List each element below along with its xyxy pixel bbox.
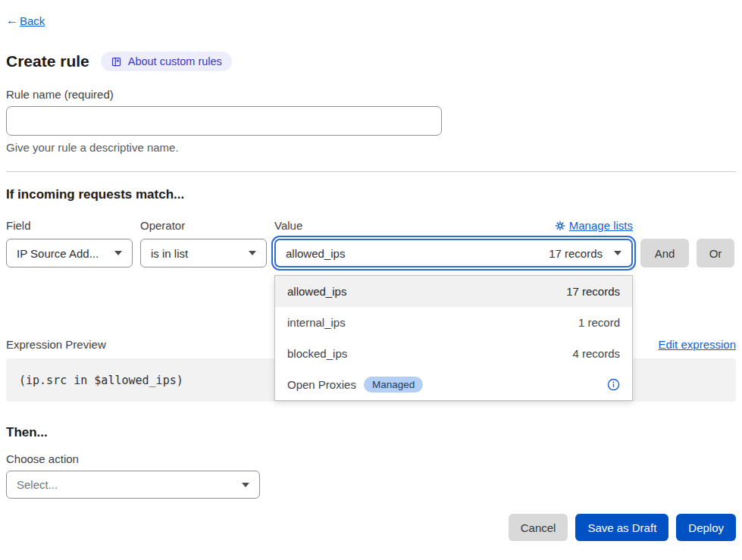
back-link[interactable]: ←Back xyxy=(6,14,45,27)
value-select-wrap: allowed_ips 17 records allowed_ips 17 re… xyxy=(274,239,633,267)
section-divider xyxy=(6,171,736,172)
footer-actions: Cancel Save as Draft Deploy xyxy=(6,514,736,541)
back-link-label: Back xyxy=(20,14,45,27)
manage-lists-link[interactable]: Manage lists xyxy=(555,219,633,232)
and-button[interactable]: And xyxy=(640,239,689,267)
dropdown-item-internal-ips[interactable]: internal_ips 1 record xyxy=(275,307,632,338)
rule-name-helper: Give your rule a descriptive name. xyxy=(6,141,736,154)
list-name: internal_ips xyxy=(287,316,346,329)
manage-lists-label: Manage lists xyxy=(569,219,633,232)
deploy-button[interactable]: Deploy xyxy=(676,514,736,541)
list-count: 4 records xyxy=(572,347,620,360)
expression-preview-label: Expression Preview xyxy=(6,338,106,351)
value-select-count: 17 records xyxy=(549,247,603,260)
dropdown-item-blocked-ips[interactable]: blocked_ips 4 records xyxy=(275,338,632,369)
dropdown-item-allowed-ips[interactable]: allowed_ips 17 records xyxy=(275,276,632,307)
chevron-down-icon xyxy=(614,251,621,255)
list-count: 1 record xyxy=(578,316,620,329)
chevron-down-icon xyxy=(114,251,122,255)
action-select-placeholder: Select... xyxy=(17,478,58,491)
info-icon[interactable] xyxy=(607,378,620,391)
field-select[interactable]: IP Source Add... xyxy=(6,239,133,267)
choose-action-label: Choose action xyxy=(6,452,736,465)
list-count: 17 records xyxy=(566,285,620,298)
list-name: blocked_ips xyxy=(287,347,347,360)
about-custom-rules-label: About custom rules xyxy=(128,55,222,67)
rule-name-input[interactable] xyxy=(6,106,442,136)
field-label: Field xyxy=(6,219,140,232)
operator-select[interactable]: is in list xyxy=(140,239,267,267)
value-select-name: allowed_ips xyxy=(286,247,345,260)
title-row: Create rule About custom rules xyxy=(6,52,736,71)
gear-icon xyxy=(555,221,565,231)
back-row: ←Back xyxy=(6,14,736,29)
operator-select-value: is in list xyxy=(151,247,188,260)
operator-label: Operator xyxy=(140,219,274,232)
about-custom-rules-link[interactable]: About custom rules xyxy=(101,52,232,71)
value-label: Value xyxy=(274,219,302,232)
chevron-down-icon xyxy=(242,483,249,487)
dropdown-item-open-proxies[interactable]: Open Proxies Managed xyxy=(275,369,632,400)
then-heading: Then... xyxy=(6,425,736,440)
page-title: Create rule xyxy=(6,52,89,70)
condition-row: IP Source Add... is in list allowed_ips … xyxy=(6,239,736,267)
back-arrow-icon: ← xyxy=(6,14,18,27)
edit-expression-link[interactable]: Edit expression xyxy=(658,338,736,351)
action-select[interactable]: Select... xyxy=(6,471,260,499)
expression-code: (ip.src in $allowed_ips) xyxy=(19,374,183,387)
condition-labels-row: Field Operator Value Manage lists xyxy=(6,219,736,232)
managed-badge: Managed xyxy=(364,377,423,393)
book-icon xyxy=(111,56,122,67)
rule-name-block: Rule name (required) Give your rule a de… xyxy=(6,88,736,154)
match-heading: If incoming requests match... xyxy=(6,187,736,202)
chevron-down-icon xyxy=(249,251,256,255)
save-as-draft-button[interactable]: Save as Draft xyxy=(575,514,668,541)
or-button[interactable]: Or xyxy=(697,239,734,267)
list-name: Open Proxies xyxy=(287,378,356,391)
field-select-value: IP Source Add... xyxy=(17,247,99,260)
rule-name-label: Rule name (required) xyxy=(6,88,736,101)
value-dropdown-menu: allowed_ips 17 records internal_ips 1 re… xyxy=(274,275,633,401)
cancel-button[interactable]: Cancel xyxy=(509,514,568,541)
create-rule-page: ←Back Create rule About custom rules Rul… xyxy=(0,0,742,560)
list-name: allowed_ips xyxy=(287,285,346,298)
value-select[interactable]: allowed_ips 17 records xyxy=(274,239,633,267)
